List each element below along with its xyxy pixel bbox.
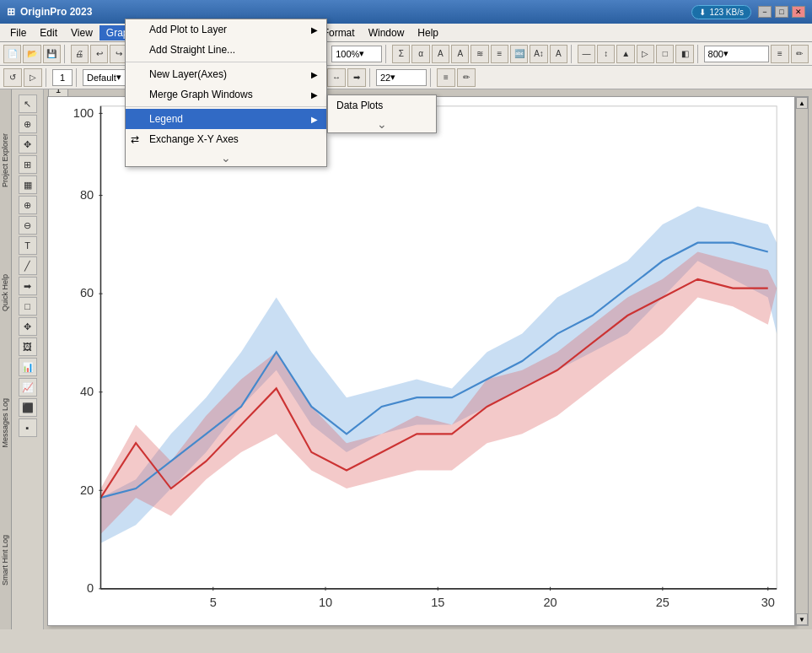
tb-c6[interactable]: ≡	[491, 45, 508, 63]
graph-menu-legend[interactable]: Legend ▶	[126, 109, 326, 129]
tb-c5[interactable]: ≋	[471, 45, 488, 63]
close-button[interactable]: ✕	[792, 6, 805, 18]
font-size: 22	[380, 73, 390, 83]
fmt-align-right[interactable]: ➡	[347, 68, 366, 87]
tb-c2[interactable]: α	[411, 45, 429, 63]
svg-text:5: 5	[210, 596, 217, 609]
left-sidebar: Project Explorer Quick Help Messages Log…	[0, 89, 44, 629]
tb-d1[interactable]: —	[578, 45, 595, 63]
tool-pan[interactable]: ✥	[19, 135, 37, 154]
svg-text:20: 20	[543, 596, 557, 609]
merge-arrow: ▶	[311, 90, 318, 100]
tb-d2[interactable]: ↕	[597, 45, 615, 63]
graph-menu-add-plot[interactable]: Add Plot to Layer ▶	[126, 19, 326, 40]
tb-save[interactable]: 💾	[43, 45, 61, 63]
add-plot-label: Add Plot to Layer	[149, 24, 227, 35]
project-explorer-tab[interactable]: Project Explorer	[0, 130, 11, 191]
quick-help-tab[interactable]: Quick Help	[0, 271, 11, 315]
tool-line[interactable]: ╱	[19, 256, 37, 275]
fmt-sep-1	[46, 68, 49, 87]
legend-arrow: ▶	[311, 115, 318, 124]
graph-menu-new-layer[interactable]: New Layer(Axes) ▶	[126, 64, 326, 84]
tool-text[interactable]: T	[19, 236, 37, 255]
tb-c4[interactable]: A	[451, 45, 469, 63]
graph-menu-add-line[interactable]: Add Straight Line...	[126, 40, 326, 60]
menu-help[interactable]: Help	[411, 25, 445, 40]
smart-hint-tab[interactable]: Smart Hint Log	[0, 532, 11, 589]
tool-img2[interactable]: 📊	[19, 358, 37, 376]
network-badge: ⬇ 123 KB/s	[691, 5, 751, 19]
tool-arrow[interactable]: ↖	[19, 94, 37, 113]
tb-d3[interactable]: ▲	[616, 45, 634, 63]
page-tab[interactable]: 1	[48, 89, 68, 96]
fmt-sep-7	[369, 68, 373, 87]
tool-scale-out[interactable]: ⊖	[19, 216, 37, 235]
tb-sep-5	[385, 45, 389, 63]
maximize-button[interactable]: □	[775, 6, 788, 18]
svg-rect-0	[100, 106, 777, 589]
value-dropdown[interactable]: 800 ▾	[704, 46, 770, 62]
tb-c3[interactable]: A	[432, 45, 449, 63]
minimize-button[interactable]: −	[758, 6, 772, 18]
svg-text:10: 10	[319, 596, 332, 609]
tb-c8[interactable]: A↕	[530, 45, 547, 63]
svg-text:0: 0	[87, 581, 94, 595]
right-scrollbar[interactable]: ▲ ▼	[795, 96, 809, 626]
tool-img4[interactable]: ⬛	[19, 398, 37, 417]
tool-img1[interactable]: 🖼	[19, 337, 37, 356]
graph-menu-exchange[interactable]: ⇄ Exchange X-Y Axes	[126, 129, 326, 149]
submenu-data-plots[interactable]: Data Plots	[328, 95, 436, 116]
tb-d4[interactable]: ▷	[637, 45, 654, 63]
exchange-label: Exchange X-Y Axes	[149, 133, 239, 145]
page-number: 1	[52, 69, 73, 86]
tool-extra[interactable]: ▪	[19, 418, 37, 437]
title-bar-left: ⊞ OriginPro 2023	[7, 6, 92, 18]
fmt-extra-1[interactable]: ≡	[437, 68, 455, 87]
menu-edit[interactable]: Edit	[33, 25, 64, 40]
tool-data-id[interactable]: ⊞	[19, 155, 37, 174]
tb-undo[interactable]: ↩	[90, 45, 108, 63]
fmt-align-center[interactable]: ↔	[327, 68, 346, 87]
tool-move[interactable]: ✥	[19, 317, 37, 336]
menu-file[interactable]: File	[3, 25, 33, 40]
tb-e2[interactable]: ✏	[791, 45, 809, 63]
graph-menu-merge[interactable]: Merge Graph Windows ▶	[126, 84, 326, 105]
tool-arrow2[interactable]: ➡	[19, 277, 37, 295]
tool-img3[interactable]: 📈	[19, 378, 37, 397]
scroll-up-btn[interactable]: ▲	[796, 97, 808, 109]
scroll-down-btn[interactable]: ▼	[796, 613, 808, 625]
tb-e1[interactable]: ≡	[771, 45, 788, 63]
font-name: Default	[87, 73, 116, 83]
menu-sep-2	[126, 106, 326, 107]
menu-sep-1	[126, 62, 326, 62]
tool-scale-in[interactable]: ⊕	[19, 196, 37, 214]
tb-c1[interactable]: Σ	[392, 45, 410, 63]
submenu-more: ⌄	[328, 116, 436, 132]
graph-dropdown-menu: Add Plot to Layer ▶ Add Straight Line...…	[125, 19, 327, 167]
network-icon: ⬇	[699, 8, 706, 17]
tool-rect[interactable]: □	[19, 297, 37, 316]
menu-window[interactable]: Window	[362, 25, 411, 40]
chart-svg: 0 20 40 60 80 100 5 10 15 20	[48, 97, 794, 625]
tb-d6[interactable]: ◧	[675, 45, 693, 63]
tool-screen-reader[interactable]: ▦	[19, 175, 37, 194]
fmt-extra-2[interactable]: ✏	[457, 68, 476, 87]
legend-label: Legend	[149, 113, 183, 125]
tb-c7[interactable]: 🔤	[510, 45, 528, 63]
zoom-dropdown[interactable]: 100% ▾	[331, 46, 382, 62]
fmt-sep-2	[76, 68, 79, 87]
fmt-btn-1[interactable]: ↺	[3, 68, 22, 87]
fmt-btn-2[interactable]: ▷	[24, 68, 42, 87]
tb-print[interactable]: 🖨	[71, 45, 89, 63]
tb-open[interactable]: 📂	[23, 45, 40, 63]
menu-view[interactable]: View	[64, 25, 99, 40]
content-area: 1 0 20	[44, 89, 812, 629]
graph-window: 1 0 20	[47, 96, 795, 626]
tb-c9[interactable]: A	[550, 45, 567, 63]
font-size-dropdown[interactable]: 22 ▾	[376, 69, 427, 86]
svg-text:60: 60	[80, 286, 94, 300]
tool-magnify[interactable]: ⊕	[19, 115, 37, 133]
tb-d5[interactable]: □	[656, 45, 674, 63]
tb-new[interactable]: 📄	[3, 45, 21, 63]
messages-tab[interactable]: Messages Log	[0, 395, 11, 451]
